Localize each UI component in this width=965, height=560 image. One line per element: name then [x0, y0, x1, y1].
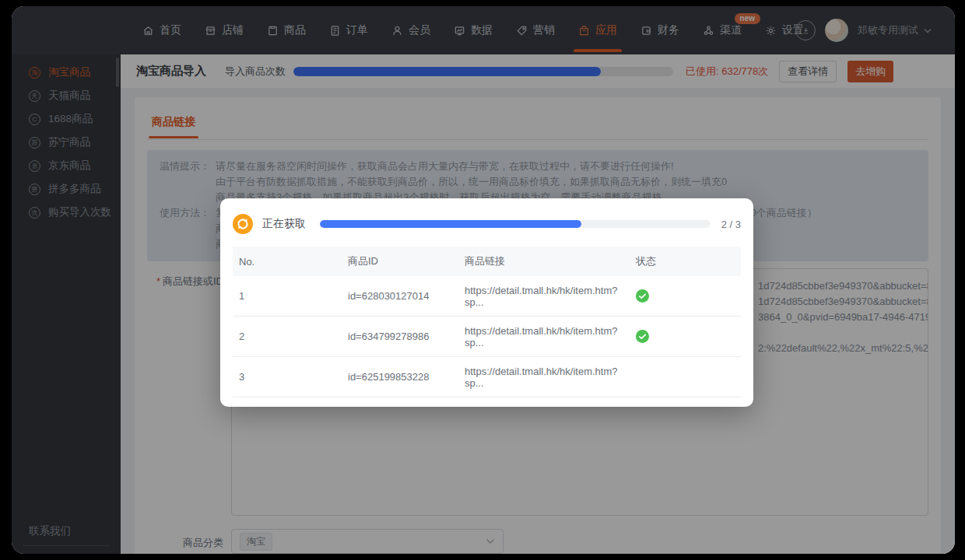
col-header-no: No. — [239, 256, 348, 268]
fetch-progress-fill — [320, 220, 581, 228]
sync-icon — [233, 214, 253, 234]
row-link: https://detail.tmall.hk/hk/item.htm?sp..… — [465, 366, 636, 389]
col-header-link: 商品链接 — [465, 254, 636, 268]
col-header-status: 状态 — [636, 254, 735, 268]
success-check-icon — [636, 330, 649, 343]
fetch-progress-count: 2 / 3 — [721, 219, 741, 230]
fetch-status-text: 正在获取 — [262, 217, 306, 231]
table-row: 1 id=628030127014 https://detail.tmall.h… — [233, 276, 741, 317]
table-row: 3 id=625199853228 https://detail.tmall.h… — [233, 357, 741, 397]
row-product-id: id=625199853228 — [348, 371, 465, 383]
row-link: https://detail.tmall.hk/hk/item.htm?sp..… — [465, 285, 636, 308]
table-row: 2 id=634799278986 https://detail.tmall.h… — [233, 317, 741, 357]
row-no: 2 — [239, 331, 348, 342]
fetch-progress-modal: 正在获取 2 / 3 No. 商品ID 商品链接 状态 1 id=6280301… — [220, 198, 753, 407]
row-status — [636, 330, 735, 343]
row-product-id: id=634799278986 — [348, 331, 465, 342]
fetch-results-table: No. 商品ID 商品链接 状态 1 id=628030127014 https… — [233, 247, 741, 397]
table-header-row: No. 商品ID 商品链接 状态 — [233, 247, 741, 276]
success-check-icon — [636, 289, 649, 303]
col-header-product-id: 商品ID — [348, 254, 465, 268]
row-status — [636, 289, 735, 303]
row-product-id: id=628030127014 — [348, 290, 465, 302]
row-no: 1 — [239, 290, 348, 302]
row-link: https://detail.tmall.hk/hk/item.htm?sp..… — [465, 325, 636, 348]
fetch-progress-bar — [320, 220, 711, 228]
row-no: 3 — [239, 371, 348, 383]
